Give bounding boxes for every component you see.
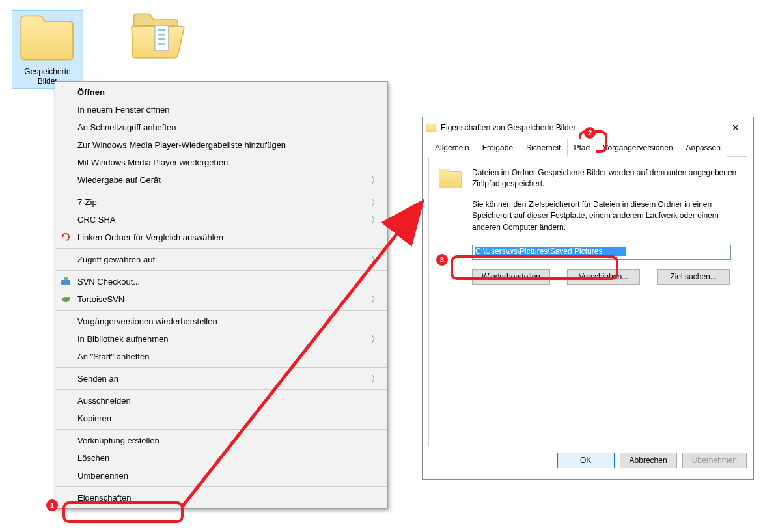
menu-item-label: Eigenschaften [77, 493, 131, 503]
chevron-right-icon: 〉 [371, 333, 380, 345]
menu-item[interactable]: Zugriff gewähren auf〉 [55, 251, 387, 268]
menu-item-label: Kopieren [77, 413, 111, 423]
menu-item[interactable]: Verknüpfung erstellen [55, 432, 387, 449]
menu-item[interactable]: In Bibliothek aufnehmen〉 [55, 330, 387, 348]
menu-item[interactable]: Öffnen [55, 83, 387, 101]
ok-button[interactable]: OK [557, 453, 615, 468]
undo-icon [61, 232, 71, 242]
chevron-right-icon: 〉 [371, 197, 380, 208]
menu-item[interactable]: TortoiseSVN〉 [55, 290, 387, 308]
close-button[interactable]: ✕ [722, 119, 749, 137]
pane-info-2: Sie können den Zielspeicherort für Datei… [472, 199, 738, 233]
chevron-right-icon: 〉 [371, 373, 380, 385]
menu-item[interactable]: In neuem Fenster öffnen [55, 101, 387, 119]
menu-item-label: Verknüpfung erstellen [77, 436, 160, 445]
svg-rect-6 [64, 277, 68, 280]
folder-icon [438, 167, 463, 189]
menu-item-label: Löschen [77, 453, 109, 463]
desktop-folder-gespeicherte-bilder[interactable]: Gespeicherte Bilder [12, 10, 83, 89]
menu-item[interactable]: 7-Zip〉 [55, 193, 387, 211]
path-field-wrapper [472, 245, 731, 260]
menu-item[interactable]: Zur Windows Media Player-Wiedergabeliste… [55, 136, 387, 154]
menu-item-label: Umbenennen [77, 471, 128, 481]
tab-bar: AllgemeinFreigabeSicherheitPfadVorgänger… [428, 138, 747, 157]
chevron-right-icon: 〉 [371, 254, 380, 266]
menu-item-label: Vorgängerversionen wiederherstellen [77, 316, 217, 326]
menu-item[interactable]: Mit Windows Media Player wiedergeben [55, 154, 387, 171]
menu-item-label: Zur Windows Media Player-Wiedergabeliste… [77, 140, 286, 150]
properties-dialog: Eigenschaften von Gespeicherte Bilder ✕ … [422, 117, 754, 480]
cancel-button[interactable]: Abbrechen [620, 453, 677, 468]
move-button[interactable]: Verschieben... [567, 269, 640, 285]
folder-open-icon [128, 10, 188, 61]
svn-icon [61, 276, 71, 287]
tab-freigabe[interactable]: Freigabe [476, 139, 520, 157]
menu-item-label: Öffnen [77, 87, 105, 97]
folder-icon [18, 12, 77, 63]
menu-item-label: An "Start" anheften [77, 352, 149, 361]
pane-info-1: Dateien im Ordner Gespeicherte Bilder we… [472, 167, 738, 190]
menu-item[interactable]: Ausschneiden [55, 392, 387, 410]
menu-item[interactable]: Wiedergabe auf Gerät〉 [55, 171, 387, 189]
menu-item-label: TortoiseSVN [77, 294, 124, 304]
menu-item[interactable]: An "Start" anheften [55, 348, 387, 365]
menu-item-label: In neuem Fenster öffnen [77, 105, 169, 115]
menu-item[interactable]: Eigenschaften [55, 489, 387, 507]
menu-item-label: Linken Ordner für Vergleich auswählen [77, 232, 223, 242]
restore-button[interactable]: Wiederherstellen [472, 269, 550, 285]
svg-rect-5 [61, 280, 70, 285]
menu-item[interactable]: Vorgängerversionen wiederherstellen [55, 313, 387, 330]
menu-item-label: Zugriff gewähren auf [77, 255, 155, 264]
find-target-button[interactable]: Ziel suchen... [657, 269, 730, 285]
tab-allgemein[interactable]: Allgemein [428, 139, 476, 157]
menu-item-label: Senden an [77, 374, 118, 384]
chevron-right-icon: 〉 [371, 294, 380, 305]
menu-item[interactable]: An Schnellzugriff anheften [55, 119, 387, 136]
svg-point-8 [68, 297, 70, 300]
menu-item-label: SVN Checkout... [77, 277, 140, 287]
tab-vorgängerversionen[interactable]: Vorgängerversionen [596, 139, 679, 157]
chevron-right-icon: 〉 [371, 214, 380, 226]
path-input[interactable] [475, 247, 626, 256]
menu-item[interactable]: Umbenennen [55, 467, 387, 484]
menu-item[interactable]: Senden an〉 [55, 370, 387, 387]
chevron-right-icon: 〉 [371, 175, 380, 186]
menu-item[interactable]: Kopieren [55, 410, 387, 427]
menu-item-label: CRC SHA [77, 215, 116, 225]
menu-item[interactable]: CRC SHA〉 [55, 211, 387, 229]
menu-item-label: In Bibliothek aufnehmen [77, 334, 168, 344]
menu-item[interactable]: Löschen [55, 449, 387, 467]
tab-sicherheit[interactable]: Sicherheit [520, 139, 567, 157]
tab-pane-pfad: Dateien im Ordner Gespeicherte Bilder we… [428, 157, 747, 447]
menu-item-label: Mit Windows Media Player wiedergeben [77, 158, 228, 167]
menu-item-label: 7-Zip [77, 197, 97, 207]
context-menu: ÖffnenIn neuem Fenster öffnenAn Schnellz… [55, 81, 388, 509]
tab-pfad[interactable]: Pfad [567, 139, 596, 157]
apply-button[interactable]: Übernehmen [682, 453, 747, 468]
dialog-title: Eigenschaften von Gespeicherte Bilder [441, 123, 576, 132]
menu-item[interactable]: Linken Ordner für Vergleich auswählen [55, 229, 387, 246]
menu-item-label: Ausschneiden [77, 396, 131, 406]
folder-icon [426, 122, 437, 133]
menu-item[interactable]: SVN Checkout... [55, 273, 387, 290]
menu-item-label: An Schnellzugriff anheften [77, 122, 176, 132]
dialog-titlebar: Eigenschaften von Gespeicherte Bilder ✕ [423, 117, 753, 138]
tab-anpassen[interactable]: Anpassen [680, 139, 727, 157]
tortoise-icon [61, 294, 71, 304]
desktop-folder-2[interactable] [122, 10, 194, 89]
menu-item-label: Wiedergabe auf Gerät [77, 175, 161, 185]
